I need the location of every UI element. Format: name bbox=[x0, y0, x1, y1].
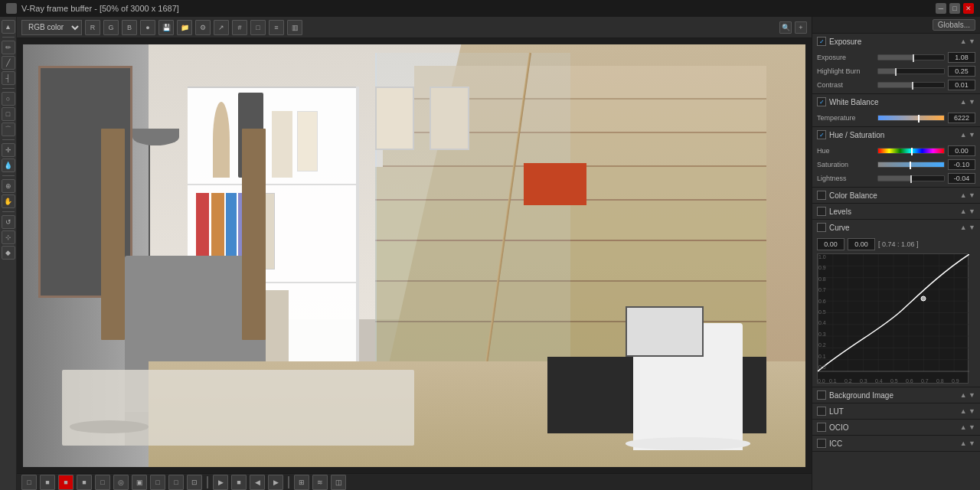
temperature-track[interactable] bbox=[877, 115, 945, 121]
lightness-track[interactable] bbox=[877, 175, 945, 181]
background-image-collapse[interactable]: ▲ ▼ bbox=[960, 391, 975, 399]
exposure-checkbox[interactable]: ✓ bbox=[817, 37, 826, 46]
status-icon-3[interactable]: ■ bbox=[58, 475, 74, 490]
color-balance-checkbox[interactable] bbox=[817, 191, 826, 200]
white-balance-checkbox[interactable]: ✓ bbox=[817, 97, 826, 106]
icc-collapse[interactable]: ▲ ▼ bbox=[960, 439, 975, 447]
saturation-thumb[interactable] bbox=[910, 162, 911, 169]
misc-btn-3[interactable]: ◫ bbox=[331, 475, 346, 490]
hue-track[interactable] bbox=[877, 148, 945, 154]
curve-header[interactable]: Curve ▲ ▼ bbox=[812, 220, 980, 235]
hue-saturation-checkbox[interactable]: ✓ bbox=[817, 130, 826, 139]
zoom-tool[interactable]: ⊕ bbox=[2, 179, 15, 193]
curve-input-y[interactable]: 0.00 bbox=[848, 238, 875, 250]
save-button[interactable]: 💾 bbox=[158, 20, 174, 35]
hue-thumb[interactable] bbox=[911, 148, 913, 155]
stop-button[interactable]: ■ bbox=[231, 475, 247, 490]
status-icon-9[interactable]: □ bbox=[168, 475, 184, 490]
folder-button[interactable]: 📁 bbox=[177, 20, 192, 35]
rotate-tool[interactable]: ↺ bbox=[2, 215, 15, 229]
grid-button[interactable]: # bbox=[232, 20, 247, 35]
temperature-thumb[interactable] bbox=[918, 115, 920, 122]
misc-btn-1[interactable]: ⊞ bbox=[294, 475, 309, 490]
measure-tool[interactable]: ┤ bbox=[2, 71, 15, 85]
ocio-header[interactable]: OCIO ▲ ▼ bbox=[812, 420, 980, 435]
close-button[interactable]: ✕ bbox=[963, 3, 974, 14]
render-viewport[interactable] bbox=[17, 38, 812, 473]
bar2-button[interactable]: ▥ bbox=[287, 20, 302, 35]
highlight-burn-thumb[interactable] bbox=[895, 68, 897, 76]
saturation-track[interactable] bbox=[877, 162, 945, 168]
levels-checkbox[interactable] bbox=[817, 207, 826, 216]
pin-tool[interactable]: ◆ bbox=[2, 246, 15, 260]
pencil-tool[interactable]: ✏ bbox=[2, 41, 15, 54]
exposure-track[interactable] bbox=[877, 54, 945, 60]
contrast-thumb[interactable] bbox=[912, 82, 913, 90]
channel-r-button[interactable]: R bbox=[85, 20, 100, 35]
color-mode-select[interactable]: RGB color Luminance Alpha bbox=[21, 20, 82, 35]
status-icon-10[interactable]: ⊡ bbox=[187, 475, 202, 490]
channel-g-button[interactable]: G bbox=[103, 20, 119, 35]
crosshair-tool[interactable]: ⊹ bbox=[2, 230, 15, 244]
contrast-track[interactable] bbox=[877, 82, 945, 88]
white-balance-collapse[interactable]: ▲ ▼ bbox=[960, 98, 975, 106]
white-balance-header[interactable]: ✓ White Balance ▲ ▼ bbox=[812, 94, 980, 109]
hue-saturation-header[interactable]: ✓ Hue / Saturation ▲ ▼ bbox=[812, 127, 980, 142]
exposure-header[interactable]: ✓ Exposure ▲ ▼ bbox=[812, 34, 980, 49]
lightness-thumb[interactable] bbox=[910, 175, 912, 183]
lut-collapse[interactable]: ▲ ▼ bbox=[960, 407, 975, 415]
curve-collapse[interactable]: ▲ ▼ bbox=[960, 224, 975, 231]
background-image-checkbox[interactable] bbox=[817, 390, 826, 400]
bar-button[interactable]: ≡ bbox=[269, 20, 284, 35]
contrast-value[interactable]: 0.01 bbox=[948, 80, 975, 90]
exposure-value[interactable]: 1.08 bbox=[948, 52, 975, 63]
highlight-burn-track[interactable] bbox=[877, 68, 945, 74]
icc-header[interactable]: ICC ▲ ▼ bbox=[812, 436, 980, 451]
line-tool[interactable]: ╱ bbox=[2, 56, 15, 70]
curve-input-x[interactable]: 0.00 bbox=[817, 238, 844, 250]
minimize-button[interactable]: ─ bbox=[936, 3, 946, 14]
cursor-button[interactable]: ↗ bbox=[214, 20, 229, 35]
globals-button[interactable]: Globals... bbox=[933, 19, 975, 31]
frame-next[interactable]: ▶ bbox=[268, 475, 283, 490]
status-icon-5[interactable]: □ bbox=[95, 475, 110, 490]
hand-tool[interactable]: ✋ bbox=[2, 194, 15, 208]
settings-button[interactable]: ⚙ bbox=[195, 20, 211, 35]
misc-btn-2[interactable]: ≋ bbox=[312, 475, 328, 490]
background-image-header[interactable]: Background Image ▲ ▼ bbox=[812, 387, 980, 403]
status-icon-2[interactable]: ■ bbox=[40, 475, 55, 490]
status-icon-6[interactable]: ◎ bbox=[113, 475, 129, 490]
status-icon-1[interactable]: □ bbox=[21, 475, 37, 490]
box-button[interactable]: □ bbox=[250, 20, 266, 35]
lut-checkbox[interactable] bbox=[817, 407, 826, 416]
curve-control-point[interactable] bbox=[921, 296, 926, 301]
icc-checkbox[interactable] bbox=[817, 439, 826, 448]
lut-header[interactable]: LUT ▲ ▼ bbox=[812, 403, 980, 419]
zoom-out-icon[interactable]: 🔍 bbox=[779, 21, 792, 34]
color-balance-collapse[interactable]: ▲ ▼ bbox=[960, 191, 975, 199]
zoom-in-icon[interactable]: + bbox=[795, 21, 807, 34]
highlight-burn-value[interactable]: 0.25 bbox=[948, 66, 975, 77]
color-balance-header[interactable]: Color Balance ▲ ▼ bbox=[812, 188, 980, 203]
move-tool[interactable]: ✛ bbox=[2, 143, 15, 157]
levels-collapse[interactable]: ▲ ▼ bbox=[960, 207, 975, 215]
status-icon-7[interactable]: ▣ bbox=[132, 475, 147, 490]
ocio-collapse[interactable]: ▲ ▼ bbox=[960, 423, 975, 431]
eyedrop-tool[interactable]: 💧 bbox=[2, 158, 15, 172]
frame-prev[interactable]: ◀ bbox=[250, 475, 265, 490]
saturation-value[interactable]: -0.10 bbox=[948, 159, 975, 170]
levels-header[interactable]: Levels ▲ ▼ bbox=[812, 204, 980, 219]
maximize-button[interactable]: □ bbox=[949, 3, 960, 14]
lightness-value[interactable]: -0.04 bbox=[948, 173, 975, 184]
lasso-tool[interactable]: ⌒ bbox=[2, 122, 15, 136]
exposure-thumb[interactable] bbox=[913, 54, 914, 62]
status-icon-8[interactable]: □ bbox=[150, 475, 165, 490]
circle-tool[interactable]: ○ bbox=[2, 92, 15, 106]
circle-button[interactable]: ● bbox=[140, 20, 155, 35]
hue-saturation-collapse[interactable]: ▲ ▼ bbox=[960, 131, 975, 139]
exposure-collapse[interactable]: ▲ ▼ bbox=[960, 38, 975, 45]
curve-canvas[interactable]: 0.0 0.1 0.2 0.3 0.4 0.5 0.6 0.7 0.8 0.9 … bbox=[817, 253, 969, 384]
temperature-value[interactable]: 6222 bbox=[948, 113, 975, 123]
select-tool[interactable]: ▲ bbox=[2, 20, 15, 34]
hue-value[interactable]: 0.00 bbox=[948, 145, 975, 156]
